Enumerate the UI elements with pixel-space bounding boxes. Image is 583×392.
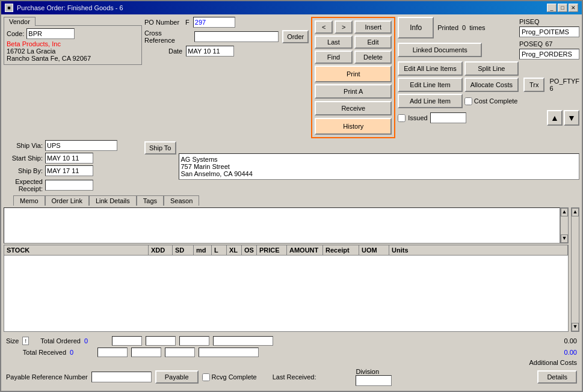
prog-poitems-field[interactable] bbox=[519, 26, 579, 37]
last-received-label: Last Received: bbox=[273, 373, 316, 381]
total-ordered-input1[interactable] bbox=[112, 336, 142, 346]
rcvg-complete-row: Rcvg Complete bbox=[202, 373, 257, 381]
print-a-button[interactable]: Print A bbox=[315, 84, 392, 99]
col-md: md bbox=[194, 245, 212, 255]
ship-to-button[interactable]: Ship To bbox=[144, 141, 176, 155]
next-button[interactable]: > bbox=[335, 20, 353, 34]
expected-label: Expected Receipt: bbox=[4, 178, 43, 192]
date-input[interactable] bbox=[186, 46, 234, 57]
total-ordered-input4[interactable] bbox=[213, 336, 273, 346]
tab-season[interactable]: Season bbox=[164, 195, 199, 206]
total-ordered-input3[interactable] bbox=[179, 336, 209, 346]
col-price: PRICE bbox=[257, 245, 287, 255]
edit-button[interactable]: Edit bbox=[354, 35, 392, 49]
nav-arrows-row: < > Insert bbox=[315, 20, 392, 34]
total-received-input4[interactable] bbox=[199, 348, 259, 357]
expected-input[interactable] bbox=[45, 180, 93, 191]
issued-checkbox[interactable] bbox=[398, 114, 406, 122]
order-button[interactable]: Order bbox=[282, 30, 309, 43]
find-button[interactable]: Find bbox=[315, 51, 353, 64]
po-number-input[interactable] bbox=[193, 17, 235, 28]
ship-via-row: Ship Via: bbox=[4, 140, 142, 151]
start-ship-row: Start Ship: bbox=[4, 153, 142, 164]
vendor-name: Beta Products, Inc bbox=[7, 40, 139, 47]
tab-memo[interactable]: Memo bbox=[13, 195, 45, 206]
edit-btns-row: Edit All Line Items Split Line Edit Line… bbox=[398, 61, 579, 108]
size-button[interactable]: ! bbox=[22, 337, 29, 345]
ship-by-label: Ship By: bbox=[4, 167, 43, 174]
cross-ref-input[interactable] bbox=[194, 31, 279, 42]
main-scroll-down[interactable]: ▼ bbox=[572, 323, 579, 331]
insert-button[interactable]: Insert bbox=[354, 20, 392, 34]
memo-textarea[interactable] bbox=[4, 207, 560, 243]
info-button[interactable]: Info bbox=[398, 17, 434, 38]
edit-all-line-items-button[interactable]: Edit All Line Items bbox=[398, 61, 462, 76]
division-input[interactable] bbox=[356, 375, 392, 386]
vendor-area: Vendor Code: Beta Products, Inc 16702 La… bbox=[4, 17, 142, 138]
right-total1: 0.00 bbox=[564, 337, 577, 345]
right-top: Info Printed 0 times PISEQ bbox=[398, 17, 579, 38]
po-ftyf-label: PO_FTYF 6 bbox=[549, 78, 579, 92]
memo-scrollbar[interactable]: ▲ ▼ bbox=[560, 207, 569, 243]
last-button[interactable]: Last bbox=[315, 35, 353, 49]
expected-row: Expected Receipt: bbox=[4, 178, 142, 192]
scroll-down[interactable]: ▼ bbox=[561, 234, 568, 243]
payable-ref-input[interactable] bbox=[91, 372, 152, 382]
close-button[interactable]: ✕ bbox=[569, 4, 578, 12]
prog-porders-field[interactable] bbox=[519, 49, 579, 60]
window-icon: ■ bbox=[5, 4, 13, 12]
ship-to-city: San Anselmo, CA 90444 bbox=[181, 170, 578, 177]
code-input[interactable] bbox=[26, 28, 75, 39]
bottom-bar: Size ! Total Ordered 0 0.00 Total Receiv… bbox=[4, 334, 579, 388]
up-arrow-button[interactable]: ▲ bbox=[547, 110, 563, 126]
table-body bbox=[4, 256, 568, 331]
maximize-button[interactable]: □ bbox=[558, 4, 567, 12]
trx-button[interactable]: Trx bbox=[523, 78, 544, 92]
delete-button[interactable]: Delete bbox=[354, 51, 392, 64]
edit-line-item-button[interactable]: Edit Line Item bbox=[398, 78, 462, 92]
main-scroll-up[interactable]: ▲ bbox=[572, 208, 579, 216]
total-ordered-input2[interactable] bbox=[146, 336, 176, 346]
details-button[interactable]: Details bbox=[537, 370, 577, 384]
prev-button[interactable]: < bbox=[315, 20, 333, 34]
total-received-input3[interactable] bbox=[165, 348, 195, 357]
split-line-button[interactable]: Split Line bbox=[464, 61, 519, 76]
col-os: OS bbox=[242, 245, 257, 255]
linked-docs-button[interactable]: Linked Documents bbox=[398, 43, 482, 57]
cost-complete-label: Cost Complete bbox=[474, 97, 518, 105]
vendor-tab[interactable]: Vendor bbox=[4, 17, 35, 26]
ship-by-input[interactable] bbox=[45, 165, 93, 176]
nav-last-edit-row: Last Edit bbox=[315, 35, 392, 49]
main-scrollbar[interactable]: ▲ ▼ bbox=[571, 207, 579, 332]
issued-input[interactable] bbox=[430, 112, 466, 123]
payable-button[interactable]: Payable bbox=[155, 370, 199, 384]
history-button[interactable]: History bbox=[315, 118, 392, 135]
tabs-container: Memo Order Link Link Details Tags Season bbox=[4, 195, 579, 206]
print-button[interactable]: Print bbox=[315, 66, 392, 82]
additional-costs-row: Additional Costs bbox=[6, 359, 577, 366]
tab-order-link[interactable]: Order Link bbox=[45, 195, 89, 206]
receive-button[interactable]: Receive bbox=[315, 101, 392, 115]
col-receipt: Receipt bbox=[323, 245, 359, 255]
cost-complete-checkbox[interactable] bbox=[464, 97, 472, 105]
scroll-track bbox=[561, 216, 568, 234]
total-received-input2[interactable] bbox=[131, 348, 161, 357]
start-ship-input[interactable] bbox=[45, 153, 93, 164]
po-number-label: PO Number bbox=[144, 19, 179, 26]
allocate-costs-button[interactable]: Allocate Costs bbox=[464, 78, 519, 92]
division-label: Division bbox=[356, 368, 392, 375]
total-received-input1[interactable] bbox=[97, 348, 128, 357]
minimize-button[interactable]: _ bbox=[547, 4, 557, 12]
tab-link-details[interactable]: Link Details bbox=[89, 195, 137, 206]
ship-via-input[interactable] bbox=[45, 140, 117, 151]
down-arrow-button[interactable]: ▼ bbox=[564, 110, 579, 126]
code-label: Code: bbox=[7, 30, 24, 37]
total-ordered-label: Total Ordered bbox=[32, 337, 81, 345]
cross-ref-row: Cross Reference Order bbox=[144, 29, 309, 44]
scroll-up[interactable]: ▲ bbox=[561, 208, 568, 216]
f-label: F bbox=[185, 19, 190, 26]
payable-row: Payable Reference Number Payable Rcvg Co… bbox=[6, 368, 577, 386]
add-line-item-button[interactable]: Add Line Item bbox=[398, 94, 462, 108]
rcvg-complete-checkbox[interactable] bbox=[202, 373, 210, 381]
tab-tags[interactable]: Tags bbox=[137, 195, 164, 206]
